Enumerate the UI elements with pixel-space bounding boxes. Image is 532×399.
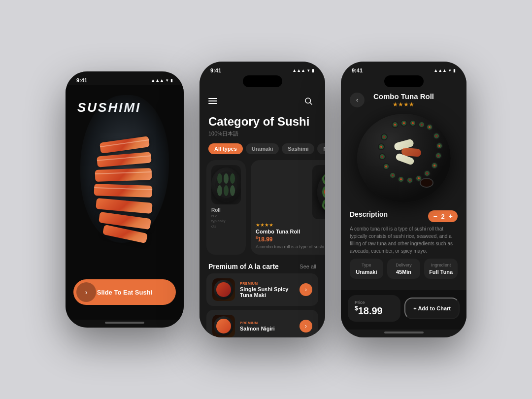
filter-tabs: All types Uramaki Sashimi Nigiri	[200, 140, 325, 157]
dynamic-island-2	[243, 75, 282, 87]
premium-item-2-arrow[interactable]: ›	[299, 320, 312, 332]
arc-piece-6	[433, 133, 440, 139]
bottom-bar: Price $18.99 + Add to Chart	[341, 290, 466, 330]
filter-tab-all[interactable]: All types	[208, 143, 243, 154]
arrow-icon-2: ›	[305, 323, 307, 330]
sushi-roll-grid	[322, 172, 325, 212]
sushi-card-center[interactable]: ★★★★ Combo Tuna Roll $18.99 A combo tuna…	[251, 160, 325, 255]
splash-screen: 9:41 ▲▲▲ ▾ ▮ SUSHIMI	[66, 71, 184, 328]
arc-piece-10	[424, 170, 431, 177]
category-title: Category of Sushi	[208, 115, 316, 129]
center-card-image	[312, 165, 325, 219]
tag-type-label: Type	[353, 263, 380, 267]
status-icons-1: ▲▲▲ ▾ ▮	[151, 78, 173, 83]
arc-piece-17	[378, 143, 385, 150]
quantity-control[interactable]: − 2 +	[428, 210, 458, 222]
arc-piece-2	[400, 120, 407, 127]
premium-item-2[interactable]: PREMIUM Salmon Nigiri ›	[206, 310, 318, 337]
arc-piece-7	[436, 142, 443, 149]
center-card-stars: ★★★★	[256, 222, 325, 228]
detail-screen: 9:41 ▲▲▲ ▾ ▮ ‹ Combo Tuna Roll ★★★★	[341, 62, 466, 337]
arc-piece-3	[409, 120, 416, 127]
slide-arrow-icon: ›	[85, 288, 88, 296]
filter-tab-nigiri[interactable]: Nigiri	[317, 143, 325, 154]
status-bar-1: 9:41 ▲▲▲ ▾ ▮	[66, 71, 184, 85]
phone-splash: 9:41 ▲▲▲ ▾ ▮ SUSHIMI	[66, 71, 184, 328]
status-bar-2: 9:41 ▲▲▲ ▾ ▮	[200, 62, 325, 75]
premium-item-1[interactable]: PREMIUM Single Sushi Spicy Tuna Maki ›	[206, 273, 318, 306]
detail-plate	[357, 114, 451, 202]
status-time-2: 9:41	[210, 67, 221, 73]
slide-button-area[interactable]: › Slide To Eat Sushi	[73, 279, 176, 305]
tag-delivery: Delivery 45Min	[387, 259, 421, 279]
premium-header: Premium of A la carte See all	[200, 258, 325, 273]
arc-piece-16	[379, 153, 386, 160]
partial-card-name-left: Roll	[211, 207, 241, 213]
quantity-decrease-button[interactable]: −	[433, 212, 437, 220]
tag-type-value: Uramaki	[353, 269, 380, 275]
wifi-icon-3: ▾	[449, 68, 451, 73]
arc-piece-15	[383, 163, 390, 170]
tag-ingredient: Ingredient Full Tuna	[424, 259, 458, 279]
see-all-link[interactable]: See all	[299, 264, 316, 269]
premium-item-2-info: PREMIUM Salmon Nigiri	[240, 321, 295, 332]
sushi-carousel: Roll is atypicallycts.	[200, 157, 325, 258]
battery-icon-3: ▮	[453, 68, 456, 73]
price-label: Price	[355, 300, 394, 305]
arc-piece-13	[398, 176, 404, 183]
detail-image-area	[341, 110, 466, 206]
back-button[interactable]: ‹	[350, 93, 365, 107]
salmon-piece-4	[94, 184, 153, 198]
detail-tags: Type Uramaki Delivery 45Min Ingredient F…	[341, 259, 466, 284]
quantity-increase-button[interactable]: +	[449, 212, 453, 220]
premium-item-1-arrow[interactable]: ›	[299, 283, 312, 296]
center-card-name: Combo Tuna Roll	[256, 229, 325, 234]
filter-tab-sashimi[interactable]: Sashimi	[282, 143, 314, 154]
premium-item-1-name: Single Sushi Spicy Tuna Maki	[240, 286, 295, 298]
category-screen: 9:41 ▲▲▲ ▾ ▮ Category of Sushi	[200, 62, 325, 337]
premium-item-2-name: Salmon Nigiri	[240, 326, 295, 332]
tag-ingredient-value: Full Tuna	[427, 269, 455, 275]
salmon-piece-5	[96, 198, 152, 214]
arc-piece-8	[435, 152, 442, 159]
price-section: Price $18.99	[348, 295, 400, 322]
arc-piece-4	[418, 121, 425, 128]
roll-9	[322, 199, 325, 211]
tag-delivery-label: Delivery	[390, 263, 418, 267]
slide-button-circle[interactable]: ›	[76, 282, 96, 302]
status-icons-3: ▲▲▲ ▾ ▮	[433, 68, 456, 73]
soy-sauce-bowl	[420, 178, 433, 188]
hamburger-line-3	[208, 103, 217, 104]
add-to-cart-button[interactable]: + Add to Chart	[404, 298, 460, 319]
arrow-icon-1: ›	[305, 286, 307, 293]
salmon-piece-1	[100, 136, 150, 154]
hamburger-line-2	[208, 100, 217, 101]
category-subtitle: 100%日本語	[208, 130, 316, 137]
center-card-desc: A combo tuna roll is a type of sushi rol…	[256, 244, 325, 250]
home-indicator-3	[384, 332, 424, 333]
sushi-arc-container	[357, 114, 451, 202]
filter-tab-uramaki[interactable]: Uramaki	[246, 143, 279, 154]
menu-button[interactable]	[208, 98, 217, 104]
arc-piece-1	[392, 121, 399, 128]
status-icons-2: ▲▲▲ ▾ ▮	[292, 68, 314, 73]
dynamic-island-3	[384, 75, 424, 87]
status-time-3: 9:41	[352, 67, 363, 73]
premium-thumb-inner-2	[214, 316, 233, 336]
search-button[interactable]	[300, 93, 316, 109]
roll-5	[322, 186, 325, 198]
arc-piece-14	[389, 172, 396, 179]
signal-icon-2: ▲▲▲	[292, 68, 305, 73]
wifi-icon-2: ▾	[307, 68, 310, 73]
sushi-card-left[interactable]: Roll is atypicallycts.	[206, 160, 246, 255]
premium-item-1-info: PREMIUM Single Sushi Spicy Tuna Maki	[240, 282, 295, 298]
svg-line-1	[310, 102, 312, 104]
price-value: $18.99	[355, 305, 394, 317]
quantity-value: 2	[441, 213, 445, 220]
arc-piece-18	[381, 133, 388, 140]
description-section: Description − 2 +	[341, 206, 466, 225]
battery-icon-2: ▮	[312, 68, 314, 73]
home-indicator-1	[105, 322, 144, 324]
salmon-piece-3	[95, 168, 152, 182]
description-label: Description	[350, 210, 388, 218]
